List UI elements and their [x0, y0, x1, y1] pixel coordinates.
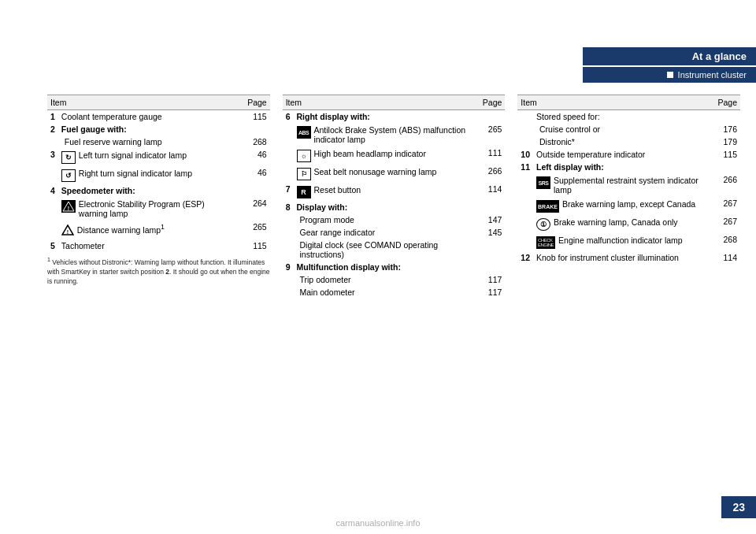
- col3-page-header: Page: [709, 95, 740, 110]
- row-number: 9: [283, 261, 294, 273]
- seatbelt-icon: ⚐: [297, 168, 311, 180]
- table-row: 10 Outside temperature indicator 115: [517, 148, 740, 161]
- column-2: Item Page 6 Right display with: ABS A: [283, 95, 506, 299]
- row-item: Stored speed for:: [533, 110, 709, 124]
- row-item: Fuel gauge with:: [58, 123, 239, 135]
- table-row: Main odometer 117: [283, 286, 506, 299]
- row-page: 267: [709, 197, 740, 215]
- svg-text:!: !: [68, 206, 69, 211]
- col3-item-header: Item: [517, 95, 709, 110]
- row-page: 268: [709, 233, 740, 251]
- brake-icon: BRAKE: [536, 200, 559, 213]
- row-item: ! Distance warning lamp1: [58, 221, 239, 239]
- table-row: Digital clock (see COMAND operating inst…: [283, 239, 506, 261]
- table-row: 8 Display with:: [283, 201, 506, 213]
- triangle-icon: !: [61, 224, 74, 237]
- row-page: 266: [709, 173, 740, 197]
- footnote: 1 Vehicles without Distronic*: Warning l…: [47, 257, 270, 287]
- row-item: ⚐ Seat belt nonusage warning lamp: [294, 165, 474, 183]
- col1-page-header: Page: [239, 95, 270, 110]
- table-row: 5 Tachometer 115: [47, 239, 270, 252]
- left-turn-icon: ↻: [61, 151, 76, 164]
- row-sub-item: Program mode: [294, 213, 474, 226]
- row-number: 3: [47, 148, 58, 166]
- row-page: [709, 110, 740, 124]
- row-item: Coolant temperature gauge: [58, 110, 239, 124]
- row-number: 4: [47, 184, 58, 197]
- table-row: 9 Multifunction display with:: [283, 261, 506, 273]
- row-page: 264: [239, 197, 270, 221]
- row-sub-item: Cruise control or: [533, 123, 709, 135]
- brake-canada-icon: ①: [536, 218, 550, 231]
- reset-button-icon: R: [297, 186, 311, 198]
- watermark: carmanualsonline.info: [335, 518, 420, 528]
- col1-item-header: Item: [47, 95, 239, 110]
- table-row: Distronic* 179: [517, 135, 740, 148]
- row-page: 111: [473, 146, 505, 165]
- table-row: 3 ↻ Left turn signal indicator lamp 46: [47, 148, 270, 166]
- table-row: 11 Left display with:: [517, 161, 740, 173]
- row-page: [239, 184, 270, 197]
- row-item: ① Brake warning lamp, Canada only: [533, 215, 709, 233]
- column-3: Item Page Stored speed for: Cruise contr…: [517, 95, 740, 299]
- table-row: Trip odometer 117: [283, 273, 506, 286]
- table-row: ☼ High beam headlamp indicator 111: [283, 146, 506, 165]
- row-page: 266: [473, 165, 505, 183]
- row-item: Left display with:: [533, 161, 709, 173]
- table-row: 12 Knob for instrument cluster illuminat…: [517, 251, 740, 264]
- row-item: CHECKENGINE Engine malfunction indicator…: [533, 233, 709, 251]
- main-content: Item Page 1 Coolant temperature gauge 11…: [47, 95, 740, 299]
- row-page: 179: [709, 135, 740, 148]
- check-engine-icon: CHECKENGINE: [536, 236, 555, 249]
- row-sub-item: Main odometer: [294, 286, 474, 299]
- table-row: Gear range indicator 145: [283, 226, 506, 239]
- row-number: 12: [517, 251, 533, 264]
- table-row: Program mode 147: [283, 213, 506, 226]
- row-sub-item: Fuel reserve warning lamp: [58, 135, 239, 148]
- abs-icon: ABS: [297, 126, 311, 139]
- row-page: 117: [473, 286, 505, 299]
- row-page: 268: [239, 135, 270, 148]
- row-page: 46: [239, 148, 270, 166]
- table-row: Stored speed for:: [517, 110, 740, 124]
- row-number: 2: [47, 123, 58, 135]
- table-row: ① Brake warning lamp, Canada only 267: [517, 215, 740, 233]
- row-page: 176: [709, 123, 740, 135]
- table-row: 4 Speedometer with:: [47, 184, 270, 197]
- table-row: ! Distance warning lamp1 265: [47, 221, 270, 239]
- row-item: Outside temperature indicator: [533, 148, 709, 161]
- instrument-cluster-header: Instrument cluster: [583, 67, 756, 83]
- srs-icon: SRS: [536, 176, 550, 189]
- row-item: R Reset button: [294, 183, 474, 201]
- row-page: 115: [709, 148, 740, 161]
- row-item: ↺ Right turn signal indicator lamp: [58, 166, 239, 184]
- row-item: Knob for instrument cluster illumination: [533, 251, 709, 264]
- column-1: Item Page 1 Coolant temperature gauge 11…: [47, 95, 270, 299]
- row-number: 10: [517, 148, 533, 161]
- table-row: 2 Fuel gauge with:: [47, 123, 270, 135]
- row-item: ! Electronic Stability Program (ESP) war…: [58, 197, 239, 221]
- row-page: 115: [239, 110, 270, 124]
- table-row: SRS Supplemental restraint system indica…: [517, 173, 740, 197]
- right-turn-icon: ↺: [61, 169, 76, 182]
- row-sub-item: Digital clock (see COMAND operating inst…: [294, 239, 474, 261]
- row-page: 46: [239, 166, 270, 184]
- table-row: 1 Coolant temperature gauge 115: [47, 110, 270, 124]
- row-number: 8: [283, 201, 294, 213]
- table-row: ABS Antilock Brake System (ABS) malfunct…: [283, 123, 506, 146]
- row-page: 265: [473, 123, 505, 146]
- row-page: 147: [473, 213, 505, 226]
- col2-item-header: Item: [283, 95, 474, 110]
- row-item: SRS Supplemental restraint system indica…: [533, 173, 709, 197]
- table-row: BRAKE Brake warning lamp, except Canada …: [517, 197, 740, 215]
- row-page: 265: [239, 221, 270, 239]
- row-item: ↻ Left turn signal indicator lamp: [58, 148, 239, 166]
- col2-page-header: Page: [473, 95, 505, 110]
- row-number: 7: [283, 183, 294, 201]
- svg-text:!: !: [67, 229, 69, 235]
- table-row: 6 Right display with:: [283, 110, 506, 124]
- row-page: [473, 261, 505, 273]
- row-number: 5: [47, 239, 58, 252]
- row-item: Display with:: [294, 201, 474, 213]
- highbeam-icon: ☼: [297, 150, 311, 162]
